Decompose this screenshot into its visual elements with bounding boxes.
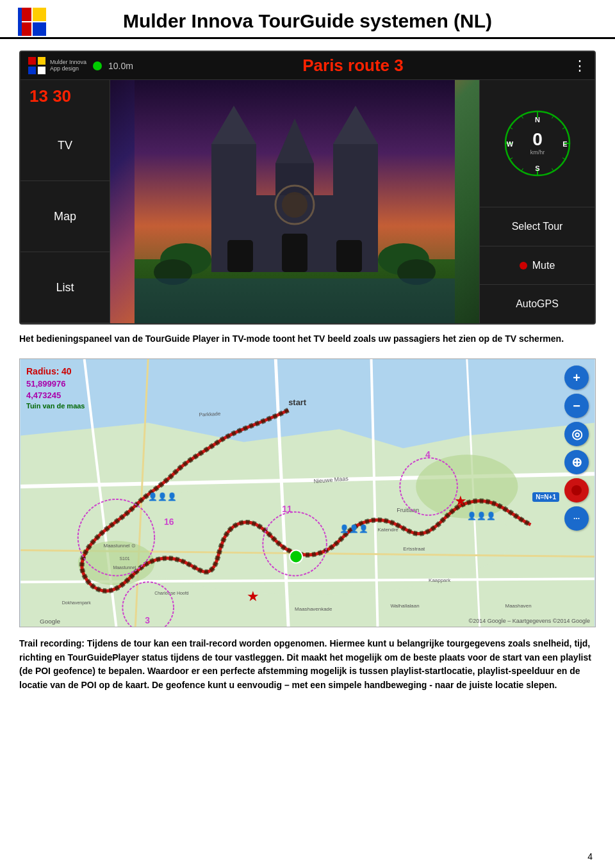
- svg-rect-3: [211, 144, 256, 208]
- svg-text:👤👤👤: 👤👤👤: [148, 492, 177, 501]
- page-title: Mulder Innova TourGuide systemen (NL): [26, 10, 589, 32]
- svg-text:Ertsstraat: Ertsstraat: [403, 546, 425, 552]
- menu-icon[interactable]: ⋮: [573, 58, 587, 74]
- svg-rect-13: [336, 240, 362, 272]
- svg-text:S101: S101: [119, 556, 129, 561]
- zoom-in-button[interactable]: +: [564, 366, 589, 390]
- app-screenshot: Mulder Innova App design 10.0m Paris rou…: [19, 51, 596, 325]
- app-topbar: Mulder Innova App design 10.0m Paris rou…: [20, 52, 594, 80]
- page-number: 4: [587, 851, 593, 862]
- flag-yellow: [33, 8, 46, 21]
- map-controls: + − ◎ ⊕ ···: [564, 366, 589, 531]
- record-button[interactable]: [564, 478, 589, 502]
- svg-text:Parkkade: Parkkade: [199, 411, 221, 418]
- svg-text:👤👤👤: 👤👤👤: [340, 524, 368, 533]
- compass-area: N S E W 0 km/hr: [480, 80, 594, 207]
- svg-text:Maashaven: Maashaven: [505, 603, 532, 609]
- n-badge: N=N+1: [532, 492, 559, 502]
- svg-rect-11: [227, 240, 253, 272]
- logo-sq-yellow: [38, 57, 45, 65]
- cathedral-bg: [110, 80, 479, 323]
- compass-svg: N S E W 0 km/hr: [502, 108, 573, 179]
- autogps-button[interactable]: AutoGPS: [480, 284, 594, 323]
- compass-button[interactable]: ◎: [564, 422, 589, 446]
- logo-squares: [28, 57, 46, 75]
- svg-text:0: 0: [532, 129, 543, 149]
- app-logo: Mulder Innova App design: [28, 57, 86, 75]
- svg-text:Katendre: Katendre: [377, 527, 398, 533]
- bottom-text-block: Trail recording: Tijdens de tour kan een…: [19, 637, 596, 693]
- target-button[interactable]: ⊕: [564, 450, 589, 474]
- svg-point-10: [282, 192, 308, 218]
- app-sidebar: 13 30 TV Map List: [20, 80, 110, 323]
- logo-sq-red: [28, 57, 36, 65]
- svg-rect-18: [135, 278, 455, 323]
- cathedral-image: [110, 80, 479, 323]
- svg-text:11: 11: [282, 504, 292, 514]
- coord2: 4,473245: [26, 390, 85, 401]
- logo-text: Mulder Innova App design: [50, 60, 86, 72]
- right-buttons: Select Tour Mute AutoGPS: [480, 207, 594, 323]
- svg-point-76: [290, 551, 302, 563]
- coord1: 51,899976: [26, 378, 85, 390]
- svg-text:W: W: [506, 140, 513, 148]
- svg-text:Google: Google: [40, 618, 61, 625]
- svg-text:Walhallalaan: Walhallalaan: [390, 603, 419, 609]
- radius-value: 40: [62, 366, 72, 376]
- app-body: 13 30 TV Map List: [20, 80, 594, 323]
- svg-text:N: N: [535, 116, 540, 124]
- route-title: Paris route 3: [133, 56, 573, 76]
- description-text-1: Het bedieningspaneel van de TourGuide Pl…: [19, 332, 596, 346]
- svg-text:★: ★: [454, 493, 467, 509]
- svg-text:Maastunnel: Maastunnel: [113, 565, 136, 570]
- svg-text:3: 3: [145, 615, 150, 625]
- location-label: Tuin van de maas: [26, 401, 85, 411]
- svg-text:4: 4: [425, 449, 430, 460]
- svg-text:km/hr: km/hr: [530, 149, 545, 156]
- description-block-1: Het bedieningspaneel van de TourGuide Pl…: [19, 332, 596, 346]
- cathedral-svg: [110, 80, 479, 323]
- svg-text:S: S: [535, 165, 539, 172]
- svg-text:Maastunnel ⊙: Maastunnel ⊙: [104, 543, 136, 549]
- compass: N S E W 0 km/hr: [502, 108, 573, 179]
- list-button[interactable]: List: [20, 252, 110, 323]
- svg-text:Kaappark: Kaappark: [429, 577, 450, 583]
- svg-rect-12: [282, 234, 308, 272]
- svg-text:Maashavenkade: Maashavenkade: [295, 606, 332, 612]
- flag-stripe: [18, 8, 22, 36]
- map-container: Nieuwe Maas Parkkade Fruitlaan Katendre …: [19, 358, 596, 627]
- svg-rect-5: [333, 144, 378, 208]
- app-right-panel: N S E W 0 km/hr Select Tour: [479, 80, 594, 323]
- svg-text:★: ★: [247, 588, 259, 604]
- logo-sq-blue: [28, 67, 36, 74]
- bottom-text: Trail recording: Tijdens de tour kan een…: [19, 637, 596, 693]
- map-button[interactable]: Map: [20, 181, 110, 252]
- svg-text:Charloisse Hoofd: Charloisse Hoofd: [154, 591, 188, 595]
- map-svg: Nieuwe Maas Parkkade Fruitlaan Katendre …: [20, 359, 595, 627]
- more-button[interactable]: ···: [564, 506, 589, 531]
- radius-label: Radius:: [26, 366, 59, 376]
- distance-display: 10.0m: [108, 61, 133, 71]
- map-radius-info: Radius: 40 51,899976 4,473245 Tuin van d…: [26, 366, 85, 411]
- select-tour-button[interactable]: Select Tour: [480, 207, 594, 246]
- svg-text:👤👤👤: 👤👤👤: [467, 511, 496, 520]
- map-copyright: ©2014 Google – Kaartgegevens ©2014 Googl…: [469, 618, 590, 624]
- time-display: 13 30: [20, 80, 110, 110]
- svg-point-81: [571, 485, 582, 495]
- zoom-out-button[interactable]: −: [564, 394, 589, 418]
- mute-indicator: [520, 262, 527, 269]
- svg-text:E: E: [562, 140, 567, 148]
- logo-sq-white: [38, 67, 45, 74]
- svg-text:start: start: [288, 398, 307, 407]
- mute-button[interactable]: Mute: [480, 246, 594, 285]
- svg-text:Dokhavenpark: Dokhavenpark: [62, 600, 91, 606]
- status-dot: [93, 61, 102, 70]
- tv-button[interactable]: TV: [20, 110, 110, 181]
- svg-text:16: 16: [164, 517, 174, 527]
- flag-blue: [33, 22, 46, 36]
